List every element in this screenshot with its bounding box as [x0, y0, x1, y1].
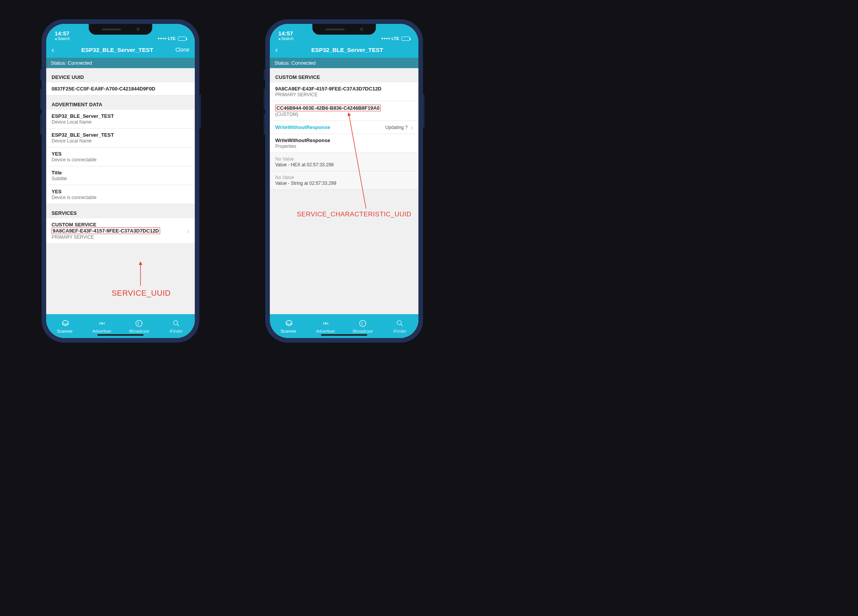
annotation-label: SERVICE_UUID — [112, 289, 171, 298]
battery-icon — [178, 37, 186, 41]
side-button — [423, 94, 425, 128]
tab-ifinder[interactable]: iFinder — [381, 314, 419, 338]
advertiser-icon — [321, 319, 330, 328]
battery-icon — [401, 37, 410, 41]
list-item: ESP32_BLE_Server_TEST Device Local Name — [46, 110, 195, 129]
svg-point-6 — [397, 320, 401, 325]
svg-point-0 — [101, 323, 103, 324]
section-header-device-uuid: DEVICE UUID — [46, 68, 195, 82]
status-back-hint[interactable]: ◂ Search — [278, 37, 293, 41]
wwr-properties-cell: WriteWithoutResponse Properties — [270, 134, 418, 153]
ifinder-icon — [396, 319, 404, 328]
device-uuid-cell: 0837F25E-CC0F-EA8F-A700-C421844D9F0D — [46, 82, 195, 95]
list-item: YES Device is connectable — [46, 147, 195, 166]
tab-scanner[interactable]: Scanner — [270, 314, 307, 338]
side-button — [40, 114, 42, 135]
advertiser-icon — [98, 319, 106, 328]
highlight-box: CC46B944-003E-42B6-B836-C4246B8F19A0 — [275, 105, 381, 111]
notch — [89, 24, 152, 35]
connection-status: Status: Connected — [270, 58, 418, 68]
service-name: CUSTOM SERVICE — [52, 222, 189, 228]
service-cell: 9A8CA9EF-E43F-4157-9FEE-C37A3D7DC12D PRI… — [270, 82, 418, 101]
scroll-content[interactable]: DEVICE UUID 0837F25E-CC0F-EA8F-A700-C421… — [46, 68, 195, 314]
service-type: PRIMARY SERVICE — [52, 234, 189, 240]
status-time: 14:57 — [278, 30, 293, 37]
wwr-label: WriteWithoutResponse — [275, 124, 330, 130]
back-button[interactable]: ‹ — [275, 45, 283, 54]
updating-label: Updating ? — [385, 125, 408, 130]
status-time: 14:57 — [55, 30, 70, 37]
value-hex-cell: No Value Value - HEX at 02:57:33.298 — [270, 153, 418, 171]
nav-bar: ‹ ESP32_BLE_Server_TEST . — [270, 42, 418, 58]
side-button — [40, 69, 42, 80]
list-item: ESP32_BLE_Server_TEST Device Local Name — [46, 129, 195, 147]
ibroadcast-icon — [135, 319, 143, 328]
signal-icon — [158, 38, 166, 39]
clone-button[interactable]: Clone — [175, 47, 189, 53]
tab-scanner[interactable]: Scanner — [46, 314, 84, 338]
status-back-hint[interactable]: ◂ Search — [55, 37, 70, 41]
phone-frame-left: 14:57 ◂ Search LTE ‹ ESP32_BLE_Server_TE… — [42, 19, 199, 343]
ifinder-icon — [172, 319, 181, 328]
side-button — [199, 94, 201, 128]
nav-title: ESP32_BLE_Server_TEST — [63, 47, 171, 53]
section-header-advertisement: ADVERTIMENT DATA — [46, 95, 195, 110]
side-button — [40, 89, 42, 110]
highlight-box: 9A8CA9EF-E43F-4157-9FEE-C37A3D7DC12D — [52, 228, 160, 234]
signal-icon — [381, 38, 390, 39]
list-item: YES Device is connectable — [46, 185, 195, 204]
scanner-icon — [284, 319, 293, 328]
ibroadcast-icon — [358, 319, 367, 328]
svg-point-4 — [325, 323, 326, 324]
service-cell[interactable]: CUSTOM SERVICE 9A8CA9EF-E43F-4157-9FEE-C… — [46, 218, 195, 244]
annotation-label: SERVICE_CHARACTERISTIC_UUID — [297, 211, 411, 218]
phone-frame-right: 14:57 ◂ Search LTE ‹ ESP32_BLE_Server_TE… — [265, 19, 423, 343]
device-uuid-value: 0837F25E-CC0F-EA8F-A700-C421844D9F0D — [52, 86, 189, 92]
network-label: LTE — [168, 36, 176, 41]
tab-ifinder[interactable]: iFinder — [158, 314, 195, 338]
value-string-cell: No Value Value - String at 02:57:33.299 — [270, 171, 418, 190]
service-type: PRIMARY SERVICE — [275, 92, 413, 97]
nav-title: ESP32_BLE_Server_TEST — [287, 47, 408, 53]
home-indicator — [97, 334, 144, 336]
side-button — [264, 89, 265, 110]
screen: 14:57 ◂ Search LTE ‹ ESP32_BLE_Server_TE… — [46, 24, 195, 338]
scroll-content[interactable]: CUSTOM SERVICE 9A8CA9EF-E43F-4157-9FEE-C… — [270, 68, 418, 314]
connection-status: Status: Connected — [46, 58, 195, 68]
side-button — [264, 69, 265, 80]
section-header-custom-service: CUSTOM SERVICE — [270, 68, 418, 82]
list-item: Title Subtitle — [46, 166, 195, 185]
side-button — [264, 114, 265, 135]
scanner-icon — [60, 319, 69, 328]
characteristic-uuid-value: CC46B944-003E-42B6-B836-C4246B8F19A0 — [275, 105, 413, 111]
service-uuid-value: 9A8CA9EF-E43F-4157-9FEE-C37A3D7DC12D — [275, 86, 413, 92]
screen: 14:57 ◂ Search LTE ‹ ESP32_BLE_Server_TE… — [270, 24, 418, 338]
write-without-response-link[interactable]: WriteWithoutResponse Updating ? — [270, 121, 418, 134]
svg-point-2 — [173, 320, 177, 325]
characteristic-note: (CUSTOM) — [275, 112, 413, 117]
home-indicator — [321, 334, 367, 336]
section-header-services: SERVICES — [46, 204, 195, 218]
service-uuid-value: 9A8CA9EF-E43F-4157-9FEE-C37A3D7DC12D — [52, 228, 189, 234]
back-button[interactable]: ‹ — [52, 45, 59, 54]
network-label: LTE — [391, 36, 399, 41]
characteristic-cell: CC46B944-003E-42B6-B836-C4246B8F19A0 (CU… — [270, 101, 418, 121]
notch — [313, 24, 376, 35]
nav-bar: ‹ ESP32_BLE_Server_TEST Clone — [46, 42, 195, 58]
